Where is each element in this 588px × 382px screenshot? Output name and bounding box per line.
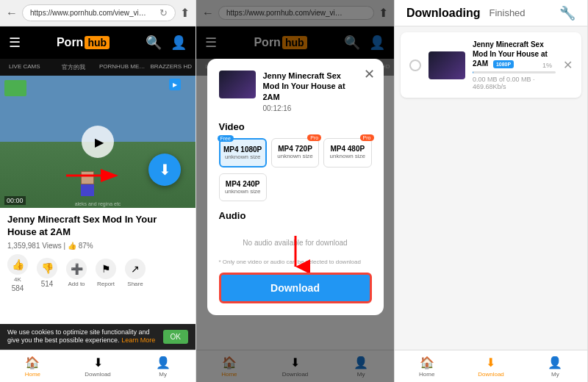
download-icon-left: ⬇ xyxy=(93,356,103,370)
format-size-240p: unknown size xyxy=(223,188,263,195)
share-btn-left[interactable]: ⬆ xyxy=(180,6,190,20)
pro-badge-480p: Pro xyxy=(360,134,374,141)
video-stats-left: 1,359,981 Views | 👍 87% xyxy=(7,242,188,250)
nav-tabs-left: LIVE CAMS 官方的我 PORNHUB MERCH BRAZZERS HD xyxy=(0,59,196,76)
download-item: Jenny Minecraft Sex Mod In Your House at… xyxy=(401,32,581,98)
url-text-left: https://www.pornhub.com/view_video.php?v… xyxy=(30,9,148,17)
left-panel: ← https://www.pornhub.com/view_video.php… xyxy=(0,0,196,382)
bottom-nav-my-left[interactable]: 👤 My xyxy=(130,350,196,382)
action-row-left: 👍 4K 584 👎 514 ➕ Add to ⚑ Report ↗ Share xyxy=(7,254,188,292)
ph-logo-left: Porn hub xyxy=(57,36,110,49)
modal-box: ✕ Jenny Minecraft Sex Mod In Your House … xyxy=(207,59,384,315)
bottom-nav-home-right[interactable]: 🏠 Home xyxy=(395,350,459,382)
nav-tab-official[interactable]: 官方的我 xyxy=(49,59,98,76)
home-icon-left: 🏠 xyxy=(25,356,40,370)
format-480p[interactable]: Pro MP4 480P unknown size xyxy=(323,138,371,167)
download-button-modal[interactable]: Download xyxy=(219,273,372,303)
modal-duration: 00:12:16 xyxy=(263,104,354,112)
nav-tab-merch[interactable]: PORNHUB MERCH xyxy=(98,59,147,76)
video-section-label: Video xyxy=(219,121,372,132)
format-720p[interactable]: Pro MP4 720P unknown size xyxy=(271,138,319,167)
back-button-left[interactable]: ← xyxy=(6,7,18,20)
format-size-720p: unknown size xyxy=(275,153,315,159)
learn-more-link[interactable]: Learn More xyxy=(121,336,155,344)
format-quality-480p: MP4 480P xyxy=(327,145,368,153)
note-text: * Only one video or audio can be selecte… xyxy=(219,259,372,265)
download-label-left: Download xyxy=(85,371,111,378)
format-1080p[interactable]: Free MP4 1080P unknown size xyxy=(219,138,267,167)
download-circle-icon: ⬇ xyxy=(159,161,171,179)
mc-head xyxy=(81,171,94,184)
reload-icon-left[interactable]: ↻ xyxy=(159,7,168,18)
nav-tab-livecams[interactable]: LIVE CAMS xyxy=(0,59,49,76)
my-label-left: My xyxy=(159,371,167,378)
dl-progress-bar xyxy=(473,71,556,73)
dislike-icon-circle: 👎 xyxy=(37,258,57,278)
my-icon-left: 👤 xyxy=(156,356,171,370)
blue-badge: ▶ xyxy=(169,79,181,90)
video-timer: 00:00 xyxy=(4,196,26,205)
dl-close-button[interactable]: ✕ xyxy=(563,58,573,72)
hamburger-left[interactable]: ☰ xyxy=(9,35,21,51)
cookie-text: We use cookies to optimize site function… xyxy=(7,328,159,345)
video-area-left[interactable]: aleks and regina etc ▶ 00:00 ⬇ xyxy=(0,76,196,208)
audio-section-label: Audio xyxy=(219,210,372,221)
downloading-title: Downloading xyxy=(406,7,480,20)
dislike-number: 514 xyxy=(41,280,54,288)
my-label-right: My xyxy=(551,371,559,378)
download-overlay: ⬇ xyxy=(148,154,181,186)
format-quality-720p: MP4 720P xyxy=(275,145,315,153)
download-label-right: Download xyxy=(478,371,504,378)
format-240p[interactable]: MP4 240P unknown size xyxy=(219,173,267,201)
mc-character xyxy=(78,171,96,201)
bottom-nav-download-right[interactable]: ⬇ Download xyxy=(459,350,523,382)
share-icon-circle: ↗ xyxy=(125,259,146,279)
report-action[interactable]: ⚑ Report xyxy=(96,259,116,287)
download-icon-right: ⬇ xyxy=(486,356,495,370)
user-icon-left[interactable]: 👤 xyxy=(171,35,187,51)
logo-hub-left: hub xyxy=(85,36,110,49)
home-label-left: Home xyxy=(25,371,40,378)
format-quality-1080p: MP4 1080P xyxy=(223,145,262,154)
cookie-ok-button[interactable]: OK xyxy=(163,330,188,344)
dl-quality-badge: 1080P xyxy=(493,60,514,68)
share-label: Share xyxy=(127,281,143,287)
video-title-left: Jenny Minecraft Sex Mod In Your House at… xyxy=(7,214,188,239)
settings-icon[interactable]: 🔧 xyxy=(559,5,576,21)
url-box-left[interactable]: https://www.pornhub.com/view_video.php?v… xyxy=(22,4,176,21)
dl-radio-button[interactable] xyxy=(409,60,421,71)
report-icon-circle: ⚑ xyxy=(96,259,116,279)
bottom-nav-home-left[interactable]: 🏠 Home xyxy=(0,350,65,382)
finished-label[interactable]: Finished xyxy=(489,7,525,18)
logo-porn-left: Porn xyxy=(57,36,83,49)
dl-percent-label: 1% xyxy=(542,62,552,69)
format-size-1080p: unknown size xyxy=(223,154,262,160)
add-icon-circle: ➕ xyxy=(66,259,87,279)
format-grid: Free MP4 1080P unknown size Pro MP4 720P… xyxy=(219,138,372,167)
no-audio-text: No audio available for download xyxy=(219,227,372,259)
small-thumbnail xyxy=(4,80,26,96)
like-count: 4K xyxy=(14,276,21,283)
add-action[interactable]: ➕ Add to xyxy=(66,259,87,287)
free-badge-1080p: Free xyxy=(218,135,234,142)
download-manager-header: Downloading Finished 🔧 xyxy=(395,0,587,26)
modal-close-button[interactable]: ✕ xyxy=(364,66,375,82)
ph-header-left: ☰ Porn hub 🔍 👤 xyxy=(0,26,196,59)
format-size-480p: unknown size xyxy=(327,153,368,159)
middle-panel: ← https://www.pornhub.com/view_video.php… xyxy=(196,0,395,382)
download-circle-button[interactable]: ⬇ xyxy=(148,154,181,186)
format-row-single: MP4 240P unknown size xyxy=(219,173,372,201)
dislike-action[interactable]: 👎 514 xyxy=(37,258,57,288)
modal-title-area: Jenny Minecraft Sex Mod In Your House at… xyxy=(263,71,354,112)
bottom-nav-download-left[interactable]: ⬇ Download xyxy=(65,350,131,382)
like-action[interactable]: 👍 4K 584 xyxy=(7,254,28,292)
like-icon-circle: 👍 xyxy=(7,254,28,275)
search-icon-left[interactable]: 🔍 xyxy=(146,35,162,51)
play-button[interactable] xyxy=(82,126,114,158)
share-action[interactable]: ↗ Share xyxy=(125,259,146,287)
pro-badge-720p: Pro xyxy=(307,134,321,141)
cookie-banner: We use cookies to optimize site function… xyxy=(0,324,196,350)
home-label-right: Home xyxy=(419,371,434,378)
bottom-nav-my-right[interactable]: 👤 My xyxy=(523,350,587,382)
nav-tab-brazzers[interactable]: BRAZZERS HD xyxy=(147,59,196,76)
